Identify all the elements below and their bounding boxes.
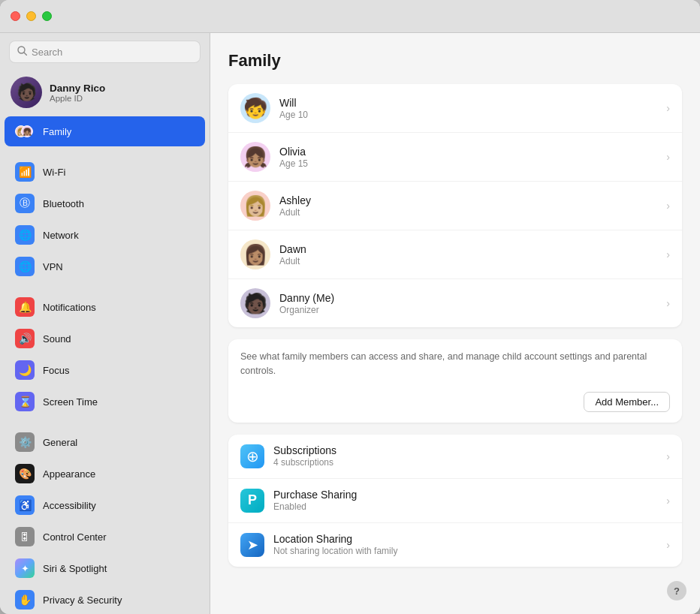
- chevron-purchase: ›: [666, 495, 670, 507]
- member-name-dawn: Dawn: [279, 243, 666, 255]
- member-name-olivia: Olivia: [279, 146, 666, 158]
- chevron-will: ›: [666, 102, 670, 114]
- chevron-ashley: ›: [666, 200, 670, 212]
- service-row-purchase[interactable]: P Purchase Sharing Enabled ›: [228, 479, 682, 523]
- service-detail-subscriptions: 4 subscriptions: [273, 457, 666, 468]
- sidebar-item-sound[interactable]: 🔊 Sound: [5, 324, 205, 354]
- bluetooth-icon: Ⓑ: [15, 194, 35, 213]
- appearance-icon: 🎨: [15, 464, 35, 483]
- info-card: See what family members can access and s…: [228, 339, 682, 423]
- members-card: 🧒 Will Age 10 › 👧🏽 Olivia Age 15: [228, 84, 682, 327]
- service-row-location[interactable]: ➤ Location Sharing Not sharing location …: [228, 523, 682, 567]
- sidebar-item-privacy-security[interactable]: ✋ Privacy & Security: [5, 585, 205, 614]
- sidebar-item-screen-time[interactable]: ⌛ Screen Time: [5, 387, 205, 417]
- sidebar-item-wifi[interactable]: 📶 Wi-Fi: [5, 157, 205, 187]
- network-icon: 🌐: [15, 225, 35, 245]
- search-icon: [17, 45, 27, 59]
- search-container: Search: [0, 33, 210, 71]
- sidebar-item-accessibility[interactable]: ♿ Accessibility: [5, 490, 205, 520]
- svg-line-1: [24, 53, 27, 56]
- sidebar-item-label-vpn: VPN: [43, 261, 63, 272]
- page-title: Family: [228, 51, 682, 71]
- purchase-icon: P: [240, 489, 264, 513]
- sidebar-item-focus[interactable]: 🌙 Focus: [5, 355, 205, 385]
- chevron-olivia: ›: [666, 151, 670, 163]
- service-detail-purchase: Enabled: [273, 501, 666, 512]
- member-detail-dawn: Adult: [279, 256, 666, 266]
- help-button[interactable]: ?: [667, 581, 686, 600]
- vpn-icon: 🌐: [15, 257, 35, 276]
- sidebar-item-label-control-center: Control Center: [43, 531, 107, 543]
- control-center-icon: 🎛: [15, 527, 35, 546]
- content-area: Search 🧑🏿 Danny Rico Apple ID 👩🏼: [0, 33, 700, 614]
- member-avatar-danny: 🧑🏿: [240, 288, 270, 318]
- sidebar: Search 🧑🏿 Danny Rico Apple ID 👩🏼: [0, 33, 210, 614]
- service-name-subscriptions: Subscriptions: [273, 444, 666, 456]
- location-icon: ➤: [240, 533, 264, 557]
- member-detail-will: Age 10: [279, 110, 666, 120]
- sidebar-item-label-screen-time: Screen Time: [43, 396, 98, 408]
- focus-icon: 🌙: [15, 360, 35, 380]
- service-row-subscriptions[interactable]: ⊕ Subscriptions 4 subscriptions ›: [228, 435, 682, 479]
- member-info-dawn: Dawn Adult: [279, 243, 666, 266]
- member-name-will: Will: [279, 97, 666, 109]
- member-name-danny: Danny (Me): [279, 292, 666, 304]
- app-window: Search 🧑🏿 Danny Rico Apple ID 👩🏼: [0, 0, 700, 614]
- sidebar-item-general[interactable]: ⚙️ General: [5, 427, 205, 457]
- maximize-button[interactable]: [42, 11, 52, 21]
- search-bar[interactable]: Search: [9, 41, 201, 63]
- service-detail-location: Not sharing location with family: [273, 546, 666, 556]
- general-icon: ⚙️: [15, 432, 35, 452]
- sidebar-item-family[interactable]: 👩🏼 👧🏽 Family: [5, 116, 205, 146]
- member-row-olivia[interactable]: 👧🏽 Olivia Age 15 ›: [228, 133, 682, 182]
- member-row-ashley[interactable]: 👩🏼 Ashley Adult ›: [228, 182, 682, 230]
- service-name-purchase: Purchase Sharing: [273, 489, 666, 501]
- close-button[interactable]: [11, 11, 20, 21]
- member-row-dawn[interactable]: 👩🏽 Dawn Adult ›: [228, 230, 682, 279]
- sidebar-item-notifications[interactable]: 🔔 Notifications: [5, 292, 205, 322]
- subscriptions-icon: ⊕: [240, 444, 264, 468]
- member-avatar-will: 🧒: [240, 93, 270, 123]
- service-info-purchase: Purchase Sharing Enabled: [273, 489, 666, 512]
- sidebar-item-label-family: Family: [43, 126, 71, 137]
- sidebar-item-control-center[interactable]: 🎛 Control Center: [5, 522, 205, 552]
- sound-icon: 🔊: [15, 329, 35, 348]
- sidebar-item-label-wifi: Wi-Fi: [43, 167, 65, 178]
- chevron-dawn: ›: [666, 248, 670, 260]
- member-avatar-olivia: 👧🏽: [240, 142, 270, 172]
- chevron-location: ›: [666, 539, 670, 551]
- minimize-button[interactable]: [26, 11, 36, 21]
- sidebar-item-label-accessibility: Accessibility: [43, 500, 96, 511]
- member-row-danny[interactable]: 🧑🏿 Danny (Me) Organizer ›: [228, 279, 682, 327]
- privacy-icon: ✋: [15, 590, 35, 609]
- user-profile[interactable]: 🧑🏿 Danny Rico Apple ID: [0, 71, 210, 116]
- member-avatar-dawn: 👩🏽: [240, 239, 270, 269]
- member-row-will[interactable]: 🧒 Will Age 10 ›: [228, 84, 682, 133]
- member-detail-danny: Organizer: [279, 305, 666, 315]
- titlebar: [0, 0, 700, 33]
- user-subtitle: Apple ID: [50, 94, 105, 103]
- search-placeholder: Search: [32, 47, 62, 58]
- service-name-location: Location Sharing: [273, 533, 666, 545]
- sidebar-item-bluetooth[interactable]: Ⓑ Bluetooth: [5, 188, 205, 218]
- sidebar-item-appearance[interactable]: 🎨 Appearance: [5, 459, 205, 489]
- accessibility-icon: ♿: [15, 495, 35, 515]
- service-info-subscriptions: Subscriptions 4 subscriptions: [273, 444, 666, 468]
- add-member-button[interactable]: Add Member...: [584, 392, 670, 412]
- sidebar-item-network[interactable]: 🌐 Network: [5, 220, 205, 250]
- screen-time-icon: ⌛: [15, 392, 35, 411]
- sidebar-item-label-network: Network: [43, 230, 79, 241]
- member-detail-ashley: Adult: [279, 207, 666, 218]
- sidebar-item-vpn[interactable]: 🌐 VPN: [5, 251, 205, 281]
- service-info-location: Location Sharing Not sharing location wi…: [273, 533, 666, 556]
- services-card: ⊕ Subscriptions 4 subscriptions › P Purc…: [228, 435, 682, 567]
- add-member-row: Add Member...: [228, 386, 682, 423]
- family-icon: 👩🏼 👧🏽: [15, 122, 35, 141]
- sidebar-item-label-notifications: Notifications: [43, 302, 96, 313]
- user-info: Danny Rico Apple ID: [50, 83, 105, 103]
- chevron-subscriptions: ›: [666, 450, 670, 462]
- user-name: Danny Rico: [50, 83, 105, 94]
- member-info-ashley: Ashley Adult: [279, 194, 666, 218]
- sidebar-item-siri-spotlight[interactable]: ✦ Siri & Spotlight: [5, 553, 205, 583]
- member-avatar-ashley: 👩🏼: [240, 191, 270, 221]
